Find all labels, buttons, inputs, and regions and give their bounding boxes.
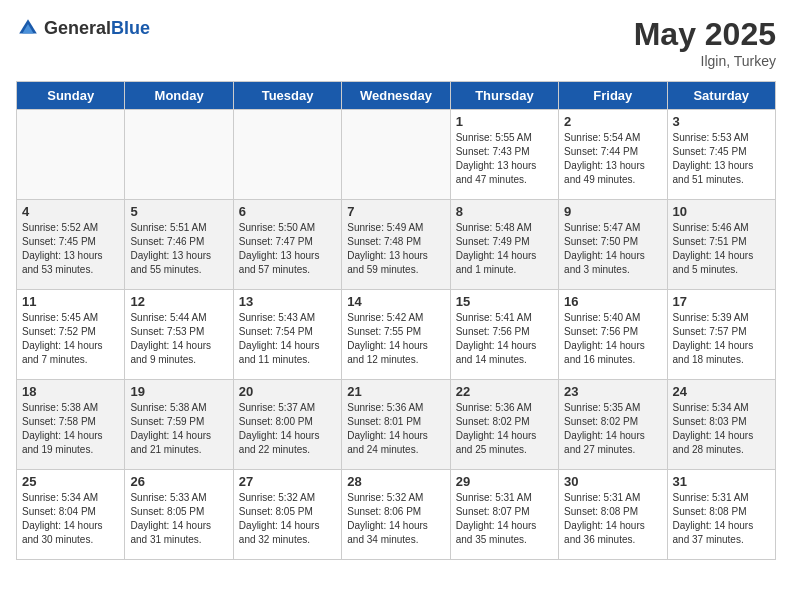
day-info: Sunrise: 5:37 AM Sunset: 8:00 PM Dayligh… [239, 401, 336, 457]
day-number: 2 [564, 114, 661, 129]
day-number: 22 [456, 384, 553, 399]
calendar-cell: 24Sunrise: 5:34 AM Sunset: 8:03 PM Dayli… [667, 380, 775, 470]
calendar-cell: 11Sunrise: 5:45 AM Sunset: 7:52 PM Dayli… [17, 290, 125, 380]
weekday-header-wednesday: Wednesday [342, 82, 450, 110]
calendar-header: SundayMondayTuesdayWednesdayThursdayFrid… [17, 82, 776, 110]
calendar-cell: 29Sunrise: 5:31 AM Sunset: 8:07 PM Dayli… [450, 470, 558, 560]
calendar-cell [17, 110, 125, 200]
day-info: Sunrise: 5:41 AM Sunset: 7:56 PM Dayligh… [456, 311, 553, 367]
calendar-cell: 3Sunrise: 5:53 AM Sunset: 7:45 PM Daylig… [667, 110, 775, 200]
day-number: 19 [130, 384, 227, 399]
calendar-cell: 9Sunrise: 5:47 AM Sunset: 7:50 PM Daylig… [559, 200, 667, 290]
calendar-table: SundayMondayTuesdayWednesdayThursdayFrid… [16, 81, 776, 560]
week-row-3: 11Sunrise: 5:45 AM Sunset: 7:52 PM Dayli… [17, 290, 776, 380]
day-number: 28 [347, 474, 444, 489]
day-info: Sunrise: 5:39 AM Sunset: 7:57 PM Dayligh… [673, 311, 770, 367]
week-row-4: 18Sunrise: 5:38 AM Sunset: 7:58 PM Dayli… [17, 380, 776, 470]
day-info: Sunrise: 5:38 AM Sunset: 7:59 PM Dayligh… [130, 401, 227, 457]
day-info: Sunrise: 5:36 AM Sunset: 8:02 PM Dayligh… [456, 401, 553, 457]
calendar-cell: 27Sunrise: 5:32 AM Sunset: 8:05 PM Dayli… [233, 470, 341, 560]
day-info: Sunrise: 5:43 AM Sunset: 7:54 PM Dayligh… [239, 311, 336, 367]
day-number: 7 [347, 204, 444, 219]
month-title: May 2025 [634, 16, 776, 53]
calendar-cell: 17Sunrise: 5:39 AM Sunset: 7:57 PM Dayli… [667, 290, 775, 380]
day-info: Sunrise: 5:31 AM Sunset: 8:08 PM Dayligh… [673, 491, 770, 547]
location: Ilgin, Turkey [634, 53, 776, 69]
day-info: Sunrise: 5:32 AM Sunset: 8:05 PM Dayligh… [239, 491, 336, 547]
day-number: 29 [456, 474, 553, 489]
day-info: Sunrise: 5:49 AM Sunset: 7:48 PM Dayligh… [347, 221, 444, 277]
calendar-cell: 23Sunrise: 5:35 AM Sunset: 8:02 PM Dayli… [559, 380, 667, 470]
logo-general: General [44, 18, 111, 38]
calendar-cell: 8Sunrise: 5:48 AM Sunset: 7:49 PM Daylig… [450, 200, 558, 290]
calendar-cell: 15Sunrise: 5:41 AM Sunset: 7:56 PM Dayli… [450, 290, 558, 380]
week-row-2: 4Sunrise: 5:52 AM Sunset: 7:45 PM Daylig… [17, 200, 776, 290]
day-info: Sunrise: 5:47 AM Sunset: 7:50 PM Dayligh… [564, 221, 661, 277]
calendar-cell: 25Sunrise: 5:34 AM Sunset: 8:04 PM Dayli… [17, 470, 125, 560]
day-number: 6 [239, 204, 336, 219]
day-info: Sunrise: 5:46 AM Sunset: 7:51 PM Dayligh… [673, 221, 770, 277]
day-info: Sunrise: 5:45 AM Sunset: 7:52 PM Dayligh… [22, 311, 119, 367]
calendar-cell: 14Sunrise: 5:42 AM Sunset: 7:55 PM Dayli… [342, 290, 450, 380]
calendar-cell: 20Sunrise: 5:37 AM Sunset: 8:00 PM Dayli… [233, 380, 341, 470]
day-info: Sunrise: 5:32 AM Sunset: 8:06 PM Dayligh… [347, 491, 444, 547]
calendar-cell: 26Sunrise: 5:33 AM Sunset: 8:05 PM Dayli… [125, 470, 233, 560]
logo: GeneralBlue [16, 16, 150, 40]
day-info: Sunrise: 5:31 AM Sunset: 8:07 PM Dayligh… [456, 491, 553, 547]
weekday-row: SundayMondayTuesdayWednesdayThursdayFrid… [17, 82, 776, 110]
day-info: Sunrise: 5:38 AM Sunset: 7:58 PM Dayligh… [22, 401, 119, 457]
title-section: May 2025 Ilgin, Turkey [634, 16, 776, 69]
logo-icon [16, 16, 40, 40]
day-number: 25 [22, 474, 119, 489]
day-number: 27 [239, 474, 336, 489]
day-number: 9 [564, 204, 661, 219]
day-info: Sunrise: 5:44 AM Sunset: 7:53 PM Dayligh… [130, 311, 227, 367]
day-number: 4 [22, 204, 119, 219]
day-number: 18 [22, 384, 119, 399]
day-info: Sunrise: 5:55 AM Sunset: 7:43 PM Dayligh… [456, 131, 553, 187]
calendar-cell: 6Sunrise: 5:50 AM Sunset: 7:47 PM Daylig… [233, 200, 341, 290]
day-info: Sunrise: 5:54 AM Sunset: 7:44 PM Dayligh… [564, 131, 661, 187]
calendar-cell [233, 110, 341, 200]
calendar-body: 1Sunrise: 5:55 AM Sunset: 7:43 PM Daylig… [17, 110, 776, 560]
weekday-header-tuesday: Tuesday [233, 82, 341, 110]
weekday-header-friday: Friday [559, 82, 667, 110]
day-number: 3 [673, 114, 770, 129]
day-info: Sunrise: 5:34 AM Sunset: 8:04 PM Dayligh… [22, 491, 119, 547]
calendar-cell: 4Sunrise: 5:52 AM Sunset: 7:45 PM Daylig… [17, 200, 125, 290]
day-number: 8 [456, 204, 553, 219]
calendar-cell: 1Sunrise: 5:55 AM Sunset: 7:43 PM Daylig… [450, 110, 558, 200]
calendar-cell: 7Sunrise: 5:49 AM Sunset: 7:48 PM Daylig… [342, 200, 450, 290]
day-number: 10 [673, 204, 770, 219]
calendar-cell [342, 110, 450, 200]
day-info: Sunrise: 5:53 AM Sunset: 7:45 PM Dayligh… [673, 131, 770, 187]
day-number: 17 [673, 294, 770, 309]
day-info: Sunrise: 5:42 AM Sunset: 7:55 PM Dayligh… [347, 311, 444, 367]
day-info: Sunrise: 5:48 AM Sunset: 7:49 PM Dayligh… [456, 221, 553, 277]
weekday-header-thursday: Thursday [450, 82, 558, 110]
day-number: 12 [130, 294, 227, 309]
week-row-1: 1Sunrise: 5:55 AM Sunset: 7:43 PM Daylig… [17, 110, 776, 200]
weekday-header-saturday: Saturday [667, 82, 775, 110]
day-info: Sunrise: 5:36 AM Sunset: 8:01 PM Dayligh… [347, 401, 444, 457]
weekday-header-monday: Monday [125, 82, 233, 110]
day-info: Sunrise: 5:51 AM Sunset: 7:46 PM Dayligh… [130, 221, 227, 277]
day-number: 16 [564, 294, 661, 309]
week-row-5: 25Sunrise: 5:34 AM Sunset: 8:04 PM Dayli… [17, 470, 776, 560]
day-info: Sunrise: 5:40 AM Sunset: 7:56 PM Dayligh… [564, 311, 661, 367]
calendar-cell: 18Sunrise: 5:38 AM Sunset: 7:58 PM Dayli… [17, 380, 125, 470]
day-number: 30 [564, 474, 661, 489]
calendar-cell: 2Sunrise: 5:54 AM Sunset: 7:44 PM Daylig… [559, 110, 667, 200]
calendar-cell: 12Sunrise: 5:44 AM Sunset: 7:53 PM Dayli… [125, 290, 233, 380]
day-info: Sunrise: 5:50 AM Sunset: 7:47 PM Dayligh… [239, 221, 336, 277]
calendar-cell: 30Sunrise: 5:31 AM Sunset: 8:08 PM Dayli… [559, 470, 667, 560]
page-header: GeneralBlue May 2025 Ilgin, Turkey [16, 16, 776, 69]
calendar-cell: 28Sunrise: 5:32 AM Sunset: 8:06 PM Dayli… [342, 470, 450, 560]
calendar-cell: 31Sunrise: 5:31 AM Sunset: 8:08 PM Dayli… [667, 470, 775, 560]
day-number: 24 [673, 384, 770, 399]
calendar-cell: 21Sunrise: 5:36 AM Sunset: 8:01 PM Dayli… [342, 380, 450, 470]
calendar-cell: 22Sunrise: 5:36 AM Sunset: 8:02 PM Dayli… [450, 380, 558, 470]
calendar-cell: 10Sunrise: 5:46 AM Sunset: 7:51 PM Dayli… [667, 200, 775, 290]
calendar-cell: 5Sunrise: 5:51 AM Sunset: 7:46 PM Daylig… [125, 200, 233, 290]
day-number: 5 [130, 204, 227, 219]
